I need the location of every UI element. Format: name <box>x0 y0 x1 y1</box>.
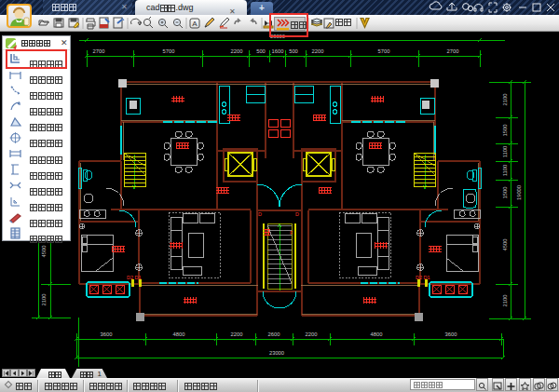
svg-text:2100: 2100 <box>41 294 47 306</box>
svg-text:1100: 1100 <box>502 165 508 176</box>
svg-text:2200: 2200 <box>231 48 243 54</box>
svg-text:D: D <box>258 211 262 217</box>
svg-text:3600: 3600 <box>101 331 113 337</box>
svg-text:5700: 5700 <box>163 48 175 54</box>
svg-text:23000: 23000 <box>269 350 284 356</box>
svg-text:500: 500 <box>289 48 298 54</box>
svg-text:1100: 1100 <box>502 146 508 157</box>
svg-text:1500: 1500 <box>502 187 508 199</box>
svg-text:3600: 3600 <box>445 331 457 337</box>
svg-text:2100: 2100 <box>502 295 508 307</box>
svg-text:19000: 19000 <box>516 185 522 200</box>
svg-text:D: D <box>295 211 299 217</box>
svg-text:1600: 1600 <box>272 48 284 54</box>
svg-text:2200: 2200 <box>312 48 324 54</box>
svg-text:4800: 4800 <box>371 331 383 337</box>
svg-text:2600: 2600 <box>268 331 280 337</box>
svg-text:2700: 2700 <box>93 48 105 54</box>
svg-text:2200: 2200 <box>306 331 318 337</box>
svg-text:4800: 4800 <box>173 331 185 337</box>
svg-text:4500: 4500 <box>41 246 47 258</box>
svg-text:A: A <box>192 20 198 28</box>
svg-text:5700: 5700 <box>378 48 390 54</box>
svg-text:2200: 2200 <box>231 331 243 337</box>
svg-text:2700: 2700 <box>447 48 459 54</box>
svg-text:4500: 4500 <box>502 239 508 251</box>
svg-text:1500: 1500 <box>502 125 508 137</box>
svg-text:2100: 2100 <box>502 94 508 106</box>
svg-text:500: 500 <box>256 48 266 54</box>
